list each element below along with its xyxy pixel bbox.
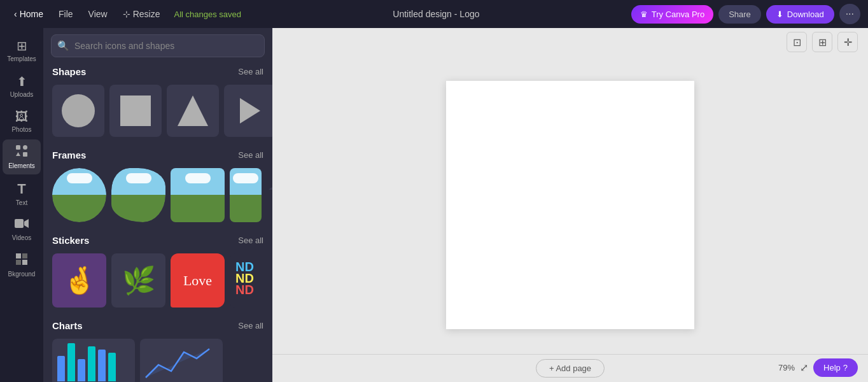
canvas-tool-1-icon: ⊡ bbox=[793, 36, 801, 48]
sticker-hand[interactable]: 🤞 bbox=[52, 253, 106, 308]
charts-see-all[interactable]: See all bbox=[238, 321, 263, 330]
home-button[interactable]: ‹ Home bbox=[8, 5, 50, 23]
design-title: Untitled design - Logo bbox=[393, 9, 479, 19]
templates-icon: ⊞ bbox=[17, 38, 27, 53]
resize-label: Resize bbox=[133, 9, 160, 19]
zoom-controls: 79% ⤢ Help ? bbox=[778, 358, 858, 377]
search-icon: 🔍 bbox=[57, 40, 69, 52]
shape-square[interactable] bbox=[109, 85, 162, 137]
share-button[interactable]: Share bbox=[718, 5, 761, 24]
canvas-tool-1[interactable]: ⊡ bbox=[787, 32, 807, 52]
sidebar-item-text-label: Text bbox=[16, 199, 27, 206]
zoom-expand-button[interactable]: ⤢ bbox=[800, 362, 808, 374]
help-button[interactable]: Help ? bbox=[813, 358, 858, 377]
add-page-button[interactable]: + Add page bbox=[536, 359, 605, 378]
top-bar-right: ♛ Try Canva Pro Share ⬇ Download ··· bbox=[631, 4, 860, 24]
charts-section: Charts See all bbox=[43, 318, 272, 382]
shapes-section-header: Shapes See all bbox=[43, 64, 272, 80]
top-bar: ‹ Home File View ⊹ Resize All changes sa… bbox=[0, 0, 868, 28]
sidebar-item-photos[interactable]: 🖼 Photos bbox=[3, 104, 41, 138]
svg-rect-4 bbox=[15, 219, 24, 228]
frames-see-all[interactable]: See all bbox=[238, 150, 263, 160]
chart-line-svg bbox=[143, 343, 219, 382]
canvas-tool-2[interactable]: ⊞ bbox=[812, 32, 832, 52]
shape-arrow[interactable] bbox=[224, 85, 272, 137]
sidebar-item-templates-label: Templates bbox=[7, 55, 36, 62]
shapes-grid: › bbox=[43, 85, 272, 137]
download-label: Download bbox=[787, 10, 824, 19]
text-icon: T bbox=[17, 181, 25, 197]
svg-rect-6 bbox=[16, 253, 21, 258]
chart-bar-1 bbox=[57, 356, 65, 381]
frames-title: Frames bbox=[52, 150, 86, 160]
sidebar-item-uploads[interactable]: ⬆ Uploads bbox=[3, 69, 41, 103]
svg-rect-9 bbox=[22, 260, 27, 265]
sidebar-item-videos-label: Videos bbox=[12, 234, 31, 241]
sidebar-item-videos[interactable]: Videos bbox=[3, 213, 41, 246]
canvas-tool-3-icon: ✛ bbox=[844, 36, 852, 48]
frame-circle[interactable] bbox=[52, 168, 106, 222]
sidebar-item-templates[interactable]: ⊞ Templates bbox=[3, 33, 41, 67]
view-label: View bbox=[88, 9, 108, 19]
chevron-left-icon: ‹ bbox=[14, 9, 17, 19]
elements-panel: 🔍 Shapes See all bbox=[43, 28, 272, 382]
canvas-tool-2-icon: ⊞ bbox=[818, 36, 827, 48]
chart-bar[interactable] bbox=[52, 339, 135, 382]
chart-bar-4 bbox=[88, 346, 95, 381]
resize-icon: ⊹ bbox=[123, 9, 130, 19]
svg-text:ND: ND bbox=[235, 283, 254, 297]
love-text: Love bbox=[183, 272, 212, 289]
canvas-page[interactable] bbox=[446, 81, 694, 329]
canvas-toolbar: ⊡ ⊞ ✛ bbox=[272, 28, 868, 56]
stickers-section-header: Stickers See all bbox=[43, 232, 272, 248]
crown-icon: ♛ bbox=[640, 10, 648, 19]
shapes-see-all[interactable]: See all bbox=[238, 67, 263, 76]
more-options-button[interactable]: ··· bbox=[839, 4, 860, 24]
file-label: File bbox=[59, 9, 73, 19]
view-button[interactable]: View bbox=[82, 5, 114, 23]
svg-marker-12 bbox=[178, 96, 208, 126]
sticker-leaf[interactable]: 🌿 bbox=[111, 253, 165, 308]
expand-icon: ⤢ bbox=[800, 362, 808, 373]
charts-grid bbox=[43, 339, 272, 382]
frame-blob[interactable] bbox=[111, 168, 165, 222]
main-content: ⊞ Templates ⬆ Uploads 🖼 Photos Elements … bbox=[0, 28, 868, 382]
sticker-love[interactable]: Love bbox=[171, 253, 225, 308]
chart-bar-6 bbox=[108, 353, 116, 381]
charts-title: Charts bbox=[52, 320, 83, 331]
canvas-area: ⊡ ⊞ ✛ + Add page 79% ⤢ Help ? bbox=[272, 28, 868, 382]
canvas-wrapper bbox=[272, 56, 868, 354]
stickers-see-all[interactable]: See all bbox=[238, 236, 263, 245]
shape-triangle[interactable] bbox=[167, 85, 219, 137]
file-button[interactable]: File bbox=[52, 5, 80, 23]
help-icon: ? bbox=[843, 363, 848, 372]
frames-section-header: Frames See all bbox=[43, 147, 272, 163]
svg-rect-0 bbox=[16, 145, 20, 150]
frame-square[interactable] bbox=[171, 168, 225, 222]
frames-section: Frames See all bbox=[43, 147, 272, 222]
svg-rect-1 bbox=[23, 145, 27, 150]
sidebar-item-text[interactable]: T Text bbox=[3, 176, 41, 211]
hand-icon: 🤞 bbox=[63, 265, 96, 296]
sidebar-item-background[interactable]: Bkground bbox=[3, 248, 41, 283]
background-icon bbox=[15, 253, 28, 269]
sidebar-item-photos-label: Photos bbox=[11, 126, 31, 133]
canvas-tool-3[interactable]: ✛ bbox=[837, 32, 858, 52]
download-button[interactable]: ⬇ Download bbox=[766, 5, 834, 24]
top-bar-center: Untitled design - Logo bbox=[244, 9, 629, 19]
top-bar-left: ‹ Home File View ⊹ Resize All changes sa… bbox=[8, 5, 241, 23]
svg-rect-11 bbox=[120, 96, 151, 126]
zoom-level: 79% bbox=[778, 363, 795, 372]
home-label: Home bbox=[20, 9, 43, 19]
chart-bar-2 bbox=[67, 343, 75, 381]
sidebar-item-background-label: Bkground bbox=[8, 271, 36, 278]
chart-line[interactable] bbox=[140, 339, 223, 382]
try-pro-button[interactable]: ♛ Try Canva Pro bbox=[631, 5, 713, 24]
panel-wrapper: 🔍 Shapes See all bbox=[43, 28, 272, 382]
sticker-text[interactable]: ND ND ND bbox=[230, 253, 272, 308]
sidebar-item-elements[interactable]: Elements bbox=[3, 139, 41, 174]
shape-circle[interactable] bbox=[52, 85, 104, 137]
resize-button[interactable]: ⊹ Resize bbox=[116, 5, 167, 23]
search-input[interactable] bbox=[51, 34, 265, 57]
frame-partial[interactable] bbox=[230, 168, 262, 222]
